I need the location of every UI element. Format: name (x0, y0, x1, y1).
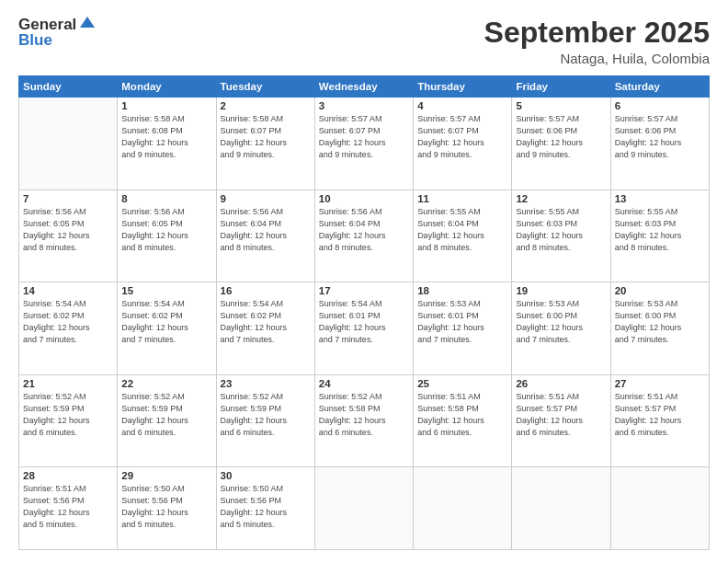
day-info: Sunrise: 5:50 AM Sunset: 5:56 PM Dayligh… (121, 483, 211, 531)
table-row (512, 467, 610, 550)
day-number: 10 (319, 193, 409, 204)
day-number: 7 (23, 193, 113, 204)
table-row: 17Sunrise: 5:54 AM Sunset: 6:01 PM Dayli… (314, 282, 413, 375)
day-info: Sunrise: 5:53 AM Sunset: 6:00 PM Dayligh… (615, 298, 705, 346)
table-row (610, 467, 709, 550)
day-number: 27 (615, 378, 705, 389)
table-row: 4Sunrise: 5:57 AM Sunset: 6:07 PM Daylig… (414, 98, 512, 190)
day-info: Sunrise: 5:58 AM Sunset: 6:07 PM Dayligh… (221, 113, 311, 161)
col-monday: Monday (118, 76, 216, 98)
location: Nataga, Huila, Colombia (484, 51, 710, 66)
table-row: 25Sunrise: 5:51 AM Sunset: 5:58 PM Dayli… (414, 374, 512, 467)
col-thursday: Thursday (414, 76, 512, 98)
day-info: Sunrise: 5:56 AM Sunset: 6:05 PM Dayligh… (121, 206, 211, 254)
table-row: 29Sunrise: 5:50 AM Sunset: 5:56 PM Dayli… (118, 467, 216, 550)
table-row: 5Sunrise: 5:57 AM Sunset: 6:06 PM Daylig… (512, 98, 610, 190)
table-row: 11Sunrise: 5:55 AM Sunset: 6:04 PM Dayli… (414, 190, 512, 282)
day-info: Sunrise: 5:52 AM Sunset: 5:58 PM Dayligh… (319, 391, 409, 439)
table-row (19, 98, 118, 190)
table-row: 24Sunrise: 5:52 AM Sunset: 5:58 PM Dayli… (314, 374, 413, 467)
day-number: 16 (221, 285, 311, 296)
table-row: 3Sunrise: 5:57 AM Sunset: 6:07 PM Daylig… (314, 98, 413, 190)
table-row: 13Sunrise: 5:55 AM Sunset: 6:03 PM Dayli… (610, 190, 709, 282)
table-row: 9Sunrise: 5:56 AM Sunset: 6:04 PM Daylig… (216, 190, 314, 282)
table-row: 14Sunrise: 5:54 AM Sunset: 6:02 PM Dayli… (19, 282, 118, 375)
day-info: Sunrise: 5:56 AM Sunset: 6:05 PM Dayligh… (23, 206, 113, 254)
table-row: 12Sunrise: 5:55 AM Sunset: 6:03 PM Dayli… (512, 190, 610, 282)
table-row: 16Sunrise: 5:54 AM Sunset: 6:02 PM Dayli… (216, 282, 314, 375)
day-number: 12 (516, 193, 606, 204)
day-info: Sunrise: 5:50 AM Sunset: 5:56 PM Dayligh… (221, 483, 311, 531)
day-number: 21 (23, 378, 113, 389)
day-info: Sunrise: 5:54 AM Sunset: 6:01 PM Dayligh… (319, 298, 409, 346)
day-number: 30 (221, 470, 311, 481)
table-row: 27Sunrise: 5:51 AM Sunset: 5:57 PM Dayli… (610, 374, 709, 467)
day-number: 6 (615, 100, 705, 111)
col-sunday: Sunday (19, 76, 118, 98)
day-number: 19 (516, 285, 606, 296)
day-number: 8 (121, 193, 211, 204)
calendar: Sunday Monday Tuesday Wednesday Thursday… (18, 75, 710, 550)
day-number: 26 (516, 378, 606, 389)
table-row: 6Sunrise: 5:57 AM Sunset: 6:06 PM Daylig… (610, 98, 709, 190)
day-number: 18 (417, 285, 507, 296)
col-friday: Friday (512, 76, 610, 98)
day-number: 24 (319, 378, 409, 389)
day-info: Sunrise: 5:57 AM Sunset: 6:06 PM Dayligh… (516, 113, 606, 161)
table-row: 2Sunrise: 5:58 AM Sunset: 6:07 PM Daylig… (216, 98, 314, 190)
day-info: Sunrise: 5:58 AM Sunset: 6:08 PM Dayligh… (121, 113, 211, 161)
day-info: Sunrise: 5:52 AM Sunset: 5:59 PM Dayligh… (121, 391, 211, 439)
logo-blue-text: Blue (18, 32, 97, 50)
day-info: Sunrise: 5:53 AM Sunset: 6:01 PM Dayligh… (417, 298, 507, 346)
day-info: Sunrise: 5:55 AM Sunset: 6:03 PM Dayligh… (615, 206, 705, 254)
day-number: 17 (319, 285, 409, 296)
table-row: 20Sunrise: 5:53 AM Sunset: 6:00 PM Dayli… (610, 282, 709, 375)
table-row (314, 467, 413, 550)
day-info: Sunrise: 5:55 AM Sunset: 6:03 PM Dayligh… (516, 206, 606, 254)
table-row: 21Sunrise: 5:52 AM Sunset: 5:59 PM Dayli… (19, 374, 118, 467)
table-row: 7Sunrise: 5:56 AM Sunset: 6:05 PM Daylig… (19, 190, 118, 282)
day-number: 11 (417, 193, 507, 204)
day-number: 3 (319, 100, 409, 111)
day-info: Sunrise: 5:53 AM Sunset: 6:00 PM Dayligh… (516, 298, 606, 346)
table-row (414, 467, 512, 550)
table-row: 22Sunrise: 5:52 AM Sunset: 5:59 PM Dayli… (118, 374, 216, 467)
table-row: 30Sunrise: 5:50 AM Sunset: 5:56 PM Dayli… (216, 467, 314, 550)
day-number: 25 (417, 378, 507, 389)
col-wednesday: Wednesday (314, 76, 413, 98)
day-number: 22 (121, 378, 211, 389)
table-row: 1Sunrise: 5:58 AM Sunset: 6:08 PM Daylig… (118, 98, 216, 190)
day-info: Sunrise: 5:52 AM Sunset: 5:59 PM Dayligh… (23, 391, 113, 439)
table-row: 15Sunrise: 5:54 AM Sunset: 6:02 PM Dayli… (118, 282, 216, 375)
day-info: Sunrise: 5:57 AM Sunset: 6:07 PM Dayligh… (417, 113, 507, 161)
table-row: 26Sunrise: 5:51 AM Sunset: 5:57 PM Dayli… (512, 374, 610, 467)
day-number: 1 (121, 100, 211, 111)
day-info: Sunrise: 5:54 AM Sunset: 6:02 PM Dayligh… (23, 298, 113, 346)
logo-icon (78, 15, 97, 33)
day-info: Sunrise: 5:57 AM Sunset: 6:06 PM Dayligh… (615, 113, 705, 161)
table-row: 19Sunrise: 5:53 AM Sunset: 6:00 PM Dayli… (512, 282, 610, 375)
day-info: Sunrise: 5:54 AM Sunset: 6:02 PM Dayligh… (121, 298, 211, 346)
day-info: Sunrise: 5:51 AM Sunset: 5:58 PM Dayligh… (417, 391, 507, 439)
table-row: 28Sunrise: 5:51 AM Sunset: 5:56 PM Dayli… (19, 467, 118, 550)
weekday-header-row: Sunday Monday Tuesday Wednesday Thursday… (19, 76, 710, 98)
day-info: Sunrise: 5:54 AM Sunset: 6:02 PM Dayligh… (221, 298, 311, 346)
day-info: Sunrise: 5:52 AM Sunset: 5:59 PM Dayligh… (221, 391, 311, 439)
day-info: Sunrise: 5:51 AM Sunset: 5:57 PM Dayligh… (615, 391, 705, 439)
page: General Blue September 2025 Nataga, Huil… (0, 0, 728, 563)
day-number: 9 (221, 193, 311, 204)
day-info: Sunrise: 5:51 AM Sunset: 5:56 PM Dayligh… (23, 483, 113, 531)
logo: General Blue (18, 17, 97, 49)
day-info: Sunrise: 5:51 AM Sunset: 5:57 PM Dayligh… (516, 391, 606, 439)
title-area: September 2025 Nataga, Huila, Colombia (484, 17, 710, 66)
day-number: 20 (615, 285, 705, 296)
day-info: Sunrise: 5:56 AM Sunset: 6:04 PM Dayligh… (319, 206, 409, 254)
day-number: 5 (516, 100, 606, 111)
day-info: Sunrise: 5:56 AM Sunset: 6:04 PM Dayligh… (221, 206, 311, 254)
svg-marker-0 (80, 17, 95, 28)
header: General Blue September 2025 Nataga, Huil… (18, 17, 710, 66)
col-tuesday: Tuesday (216, 76, 314, 98)
day-number: 13 (615, 193, 705, 204)
day-info: Sunrise: 5:57 AM Sunset: 6:07 PM Dayligh… (319, 113, 409, 161)
day-info: Sunrise: 5:55 AM Sunset: 6:04 PM Dayligh… (417, 206, 507, 254)
